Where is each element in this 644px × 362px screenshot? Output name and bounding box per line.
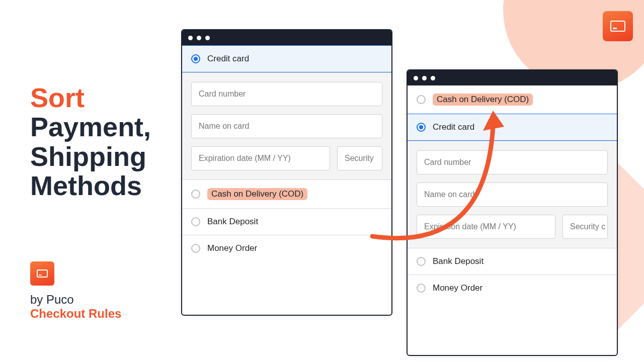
brand-block: by Puco Checkout Rules <box>30 261 121 321</box>
window-dot <box>197 36 201 40</box>
window-dot <box>414 76 418 80</box>
checkout-window-after: Cash on Delivery (COD) Credit card Card … <box>407 69 618 356</box>
brand-appname: Checkout Rules <box>30 307 121 321</box>
payment-option-label: Bank Deposit <box>207 217 258 227</box>
payment-option-label: Credit card <box>207 54 249 64</box>
credit-card-icon <box>37 269 48 278</box>
window-dot <box>422 76 427 80</box>
radio-icon <box>417 95 426 104</box>
radio-icon <box>191 54 200 63</box>
brand-byline: by Puco <box>30 293 121 307</box>
name-on-card-input[interactable]: Name on card <box>191 114 382 138</box>
credit-card-form: Card number Name on card Expiration date… <box>408 141 617 248</box>
expiration-input[interactable]: Expiration date (MM / YY) <box>417 215 555 239</box>
checkout-window-before: Credit card Card number Name on card Exp… <box>181 29 392 316</box>
payment-option-label: Bank Deposit <box>433 256 484 266</box>
card-number-input[interactable]: Card number <box>417 150 608 174</box>
headline-line2: Payment, <box>30 112 151 142</box>
headline-line3: Shipping <box>30 141 146 171</box>
payment-option-label: Cash on Delivery (COD) <box>433 94 533 106</box>
radio-icon <box>417 284 426 293</box>
window-dot <box>188 36 193 40</box>
name-on-card-input[interactable]: Name on card <box>417 183 608 207</box>
radio-icon <box>191 217 200 226</box>
payment-option-cod[interactable]: Cash on Delivery (COD) <box>408 85 617 114</box>
payment-option-label: Cash on Delivery (COD) <box>207 188 307 200</box>
highlight: Cash on Delivery (COD) <box>433 94 533 106</box>
expiration-input[interactable]: Expiration date (MM / YY) <box>191 146 330 170</box>
brand-logo <box>30 261 54 286</box>
headline: Sort Payment, Shipping Methods <box>30 83 181 200</box>
credit-card-icon <box>610 21 625 32</box>
headline-line4: Methods <box>30 170 142 201</box>
payment-option-cod[interactable]: Cash on Delivery (COD) <box>182 179 391 208</box>
security-code-input[interactable]: Security <box>337 146 382 170</box>
window-dot <box>431 76 435 80</box>
payment-option-label: Money Order <box>433 283 482 293</box>
payment-option-label: Credit card <box>433 122 474 132</box>
payment-option-bank-deposit[interactable]: Bank Deposit <box>408 248 617 275</box>
window-titlebar <box>182 30 391 45</box>
radio-icon <box>191 190 200 199</box>
payment-option-credit-card[interactable]: Credit card <box>408 114 617 141</box>
window-titlebar <box>408 70 617 85</box>
credit-card-form: Card number Name on card Expiration date… <box>182 72 391 179</box>
headline-accent: Sort <box>30 82 85 113</box>
payment-option-label: Money Order <box>207 243 257 253</box>
highlight: Cash on Delivery (COD) <box>207 188 307 200</box>
radio-icon <box>191 244 200 253</box>
payment-option-credit-card[interactable]: Credit card <box>182 45 391 72</box>
security-code-input[interactable]: Security c <box>562 215 608 239</box>
radio-icon <box>417 123 426 132</box>
payment-option-bank-deposit[interactable]: Bank Deposit <box>182 208 391 235</box>
window-dot <box>205 36 210 40</box>
card-number-input[interactable]: Card number <box>191 82 382 106</box>
brand-logo-top-right <box>603 11 633 41</box>
payment-option-money-order[interactable]: Money Order <box>408 275 617 301</box>
payment-option-money-order[interactable]: Money Order <box>182 235 391 261</box>
radio-icon <box>417 257 426 266</box>
